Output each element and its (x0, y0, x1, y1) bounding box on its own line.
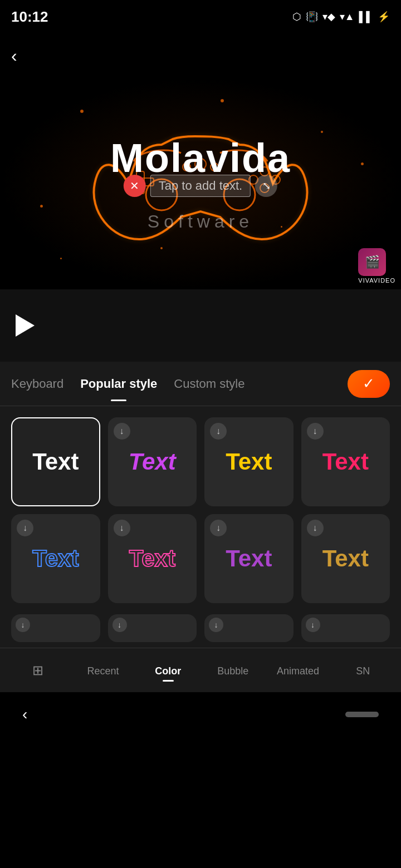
tabs-bar: Keyboard Popular style Custom style ✓ (0, 362, 401, 406)
bottom-nav-animated[interactable]: Animated (266, 659, 331, 682)
video-preview: Molavida ✕ Tap to add text. ⤡ Software 🎬… (0, 78, 401, 289)
style-text-pink: Text (322, 448, 369, 475)
system-back-button[interactable]: ‹ (22, 706, 27, 723)
tap-to-add-field[interactable]: Tap to add text. (150, 175, 251, 197)
back-button[interactable]: ‹ (11, 46, 17, 66)
bluetooth-icon: ⬡ (292, 11, 301, 23)
download-badge: ↓ (113, 618, 127, 632)
play-button[interactable] (11, 312, 39, 339)
signal-icon: ▌▌ (359, 11, 373, 23)
style-text-blue-outline: Text (32, 545, 79, 572)
tab-custom-style[interactable]: Custom style (174, 371, 244, 397)
particle (321, 131, 323, 133)
download-badge: ↓ (114, 423, 130, 440)
download-badge: ↓ (16, 618, 30, 632)
style-item-pink-outline[interactable]: ↓ Text (108, 514, 197, 603)
particle (361, 162, 364, 165)
status-time: 10:12 (11, 8, 48, 26)
style-item-partial-1[interactable]: ↓ (11, 614, 100, 642)
download-badge: ↓ (307, 520, 324, 536)
grid-icon: ⊞ (32, 663, 43, 678)
wifi-icon: ▾▲ (340, 11, 355, 23)
style-item-purple[interactable]: ↓ Text (108, 417, 197, 506)
style-text-purple2: Text (226, 545, 272, 572)
download-badge: ↓ (307, 423, 324, 440)
particle (221, 99, 224, 102)
style-text-gold: Text (322, 545, 369, 572)
download-badge: ↓ (209, 618, 223, 632)
tab-keyboard[interactable]: Keyboard (11, 371, 63, 397)
sn-label: SN (356, 665, 370, 677)
text-input-overlay[interactable]: ✕ Tap to add text. ⤡ (124, 175, 277, 197)
style-text-purple: Text (129, 448, 176, 475)
download-badge: ↓ (210, 520, 227, 536)
style-item-pink[interactable]: ↓ Text (301, 417, 390, 506)
bottom-nav: ⊞ Recent Color Bubble Animated SN (0, 648, 401, 692)
style-item-blue-outline[interactable]: ↓ Text (11, 514, 100, 603)
style-text-yellow: Text (226, 448, 272, 475)
vivavideo-watermark: 🎬 VIVAVIDEO (358, 248, 395, 284)
back-bar: ‹ (0, 33, 401, 78)
vivavideo-label: VIVAVIDEO (358, 277, 395, 284)
system-home-indicator[interactable] (345, 712, 379, 717)
bottom-nav-color[interactable]: Color (135, 659, 200, 682)
system-bar: ‹ (0, 692, 401, 737)
particle (40, 205, 43, 208)
particle (60, 258, 62, 259)
style-text-white: Text (32, 448, 79, 475)
style-item-purple2[interactable]: ↓ Text (204, 514, 294, 603)
video-subtitle: Software (148, 211, 253, 232)
data-icon: ▾◆ (322, 11, 335, 23)
status-icons: ⬡ 📳 ▾◆ ▾▲ ▌▌ ⚡ (292, 11, 390, 23)
style-text-pink-outline: Text (129, 545, 175, 572)
play-icon (16, 314, 35, 337)
download-badge: ↓ (17, 520, 33, 536)
style-item-partial-4[interactable]: ↓ (301, 614, 390, 642)
download-badge: ↓ (114, 520, 130, 536)
bottom-nav-recent[interactable]: Recent (71, 659, 136, 682)
color-label: Color (155, 665, 181, 677)
bottom-nav-sn[interactable]: SN (330, 659, 395, 682)
style-item-yellow[interactable]: ↓ Text (204, 417, 294, 506)
style-grid: Text ↓ Text ↓ Text ↓ Text ↓ Text ↓ Text … (0, 406, 401, 614)
vibrate-icon: 📳 (306, 11, 318, 23)
style-item-gold[interactable]: ↓ Text (301, 514, 390, 603)
timeline-area (0, 289, 401, 362)
recent-label: Recent (87, 665, 119, 677)
resize-button[interactable]: ⤡ (255, 175, 277, 197)
bottom-nav-icon[interactable]: ⊞ (6, 658, 71, 683)
style-item-partial-2[interactable]: ↓ (108, 614, 197, 642)
style-grid-partial: ↓ ↓ ↓ ↓ (0, 614, 401, 648)
battery-icon: ⚡ (378, 11, 390, 23)
style-item-white[interactable]: Text (11, 417, 100, 506)
remove-text-button[interactable]: ✕ (124, 175, 146, 197)
tab-popular-style[interactable]: Popular style (80, 371, 157, 397)
confirm-button[interactable]: ✓ (348, 370, 390, 398)
style-item-partial-3[interactable]: ↓ (204, 614, 294, 642)
animated-label: Animated (277, 665, 319, 677)
status-bar: 10:12 ⬡ 📳 ▾◆ ▾▲ ▌▌ ⚡ (0, 0, 401, 33)
download-badge: ↓ (210, 423, 227, 440)
vivavideo-logo-icon: 🎬 (358, 248, 386, 276)
bottom-nav-bubble[interactable]: Bubble (200, 659, 266, 682)
bubble-label: Bubble (217, 665, 248, 677)
download-badge: ↓ (306, 618, 320, 632)
